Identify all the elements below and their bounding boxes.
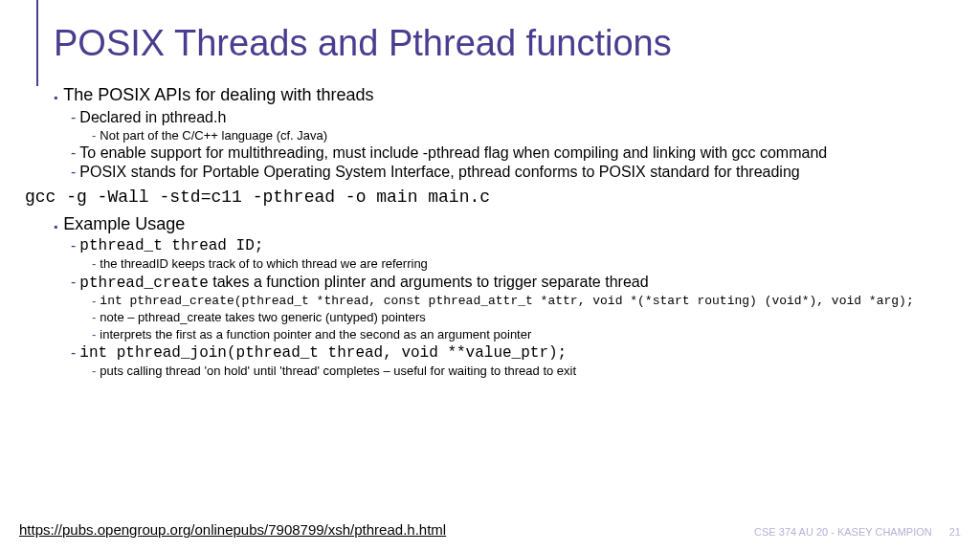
bullet-posix-stands: - POSIX stands for Portable Operating Sy… [71, 163, 951, 182]
bullet-threadid: - the threadID keeps track of to which t… [92, 255, 951, 273]
bullet-text: the threadID keeps track of to which thr… [100, 255, 428, 273]
bullet-text: int pthread_join(pthread_t thread, void … [79, 343, 567, 363]
footer: https://pubs.opengroup.org/onlinepubs/79… [19, 521, 961, 538]
bullet-text: Not part of the C/C++ language (cf. Java… [100, 127, 327, 144]
text-span: takes a function plinter and arguments t… [209, 274, 649, 290]
dash-icon: - [71, 108, 76, 127]
bullet-declared: - Declared in pthread.h [71, 108, 951, 127]
bullet-text: Example Usage [63, 214, 185, 235]
bullet-not-part: - Not part of the C/C++ language (cf. Ja… [92, 127, 951, 144]
bullet-text: puts calling thread 'on hold' until 'thr… [100, 363, 576, 380]
bullet-note: - note – pthread_create takes two generi… [92, 309, 951, 326]
bullet-text: interprets the first as a function point… [100, 326, 531, 343]
bullet-enable-support: - To enable support for multithreading, … [71, 143, 951, 163]
slide-title: POSIX Threads and Pthread functions [54, 23, 951, 64]
bullet-pthread-t: - pthread_t thread ID; [71, 236, 951, 255]
bullet-text: Declared in pthread.h [79, 108, 226, 127]
page-number: 21 [949, 526, 961, 538]
accent-bar [36, 0, 38, 86]
dash-icon: - [92, 127, 96, 144]
bullet-create-sig: - int pthread_create(pthread_t *thread, … [92, 293, 951, 310]
bullet-posix-apis: ▪ The POSIX APIs for dealing with thread… [54, 85, 951, 106]
footer-link[interactable]: https://pubs.opengroup.org/onlinepubs/79… [19, 521, 446, 538]
bullet-marker-icon: ▪ [54, 220, 57, 233]
bullet-text: int pthread_create(pthread_t *thread, co… [100, 293, 913, 310]
dash-icon: - [92, 363, 96, 380]
bullet-example-usage: ▪ Example Usage [54, 214, 951, 235]
bullet-text: To enable support for multithreading, mu… [79, 143, 827, 163]
footer-right: CSE 374 AU 20 - KASEY CHAMPION 21 [754, 526, 961, 538]
bullet-text: note – pthread_create takes two generic … [100, 309, 425, 326]
bullet-interprets: - interprets the first as a function poi… [92, 326, 951, 343]
course-label: CSE 374 AU 20 - KASEY CHAMPION [754, 526, 932, 538]
bullet-text: pthread_create takes a function plinter … [79, 273, 648, 293]
bullet-pthread-join: - int pthread_join(pthread_t thread, voi… [71, 343, 951, 363]
dash-icon: - [71, 273, 76, 292]
dash-icon: - [71, 236, 76, 255]
bullet-text: The POSIX APIs for dealing with threads [63, 85, 373, 106]
code-span: pthread_create [79, 275, 208, 292]
dash-icon: - [92, 326, 96, 343]
gcc-command: gcc -g -Wall -std=c11 -pthread -o main m… [25, 187, 951, 209]
dash-icon: - [71, 163, 76, 182]
dash-icon: - [92, 255, 96, 273]
dash-icon: - [71, 343, 76, 363]
dash-icon: - [71, 143, 76, 163]
bullet-marker-icon: ▪ [54, 91, 57, 104]
slide-body: POSIX Threads and Pthread functions ▪ Th… [0, 0, 980, 379]
dash-icon: - [92, 293, 96, 310]
bullet-pthread-create: - pthread_create takes a function plinte… [71, 273, 951, 293]
bullet-text: POSIX stands for Portable Operating Syst… [79, 163, 799, 182]
content-area: ▪ The POSIX APIs for dealing with thread… [54, 85, 951, 379]
bullet-text: pthread_t thread ID; [79, 236, 263, 255]
dash-icon: - [92, 309, 96, 326]
bullet-puts-hold: - puts calling thread 'on hold' until 't… [92, 363, 951, 380]
